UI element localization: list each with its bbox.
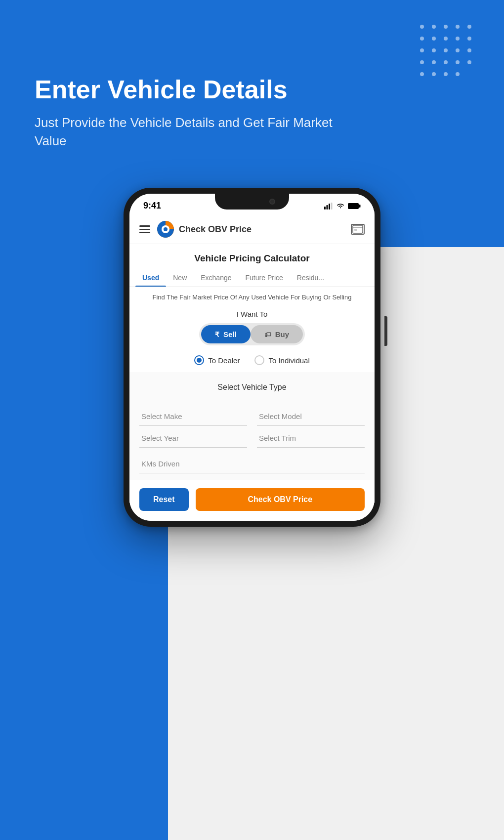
buy-button[interactable]: 🏷 Buy bbox=[251, 325, 303, 343]
tab-new[interactable]: New bbox=[166, 269, 194, 287]
radio-individual[interactable]: To Individual bbox=[254, 355, 309, 365]
svg-rect-1 bbox=[327, 205, 328, 210]
radio-individual-label: To Individual bbox=[268, 356, 309, 365]
nav-bar: Check OBV Price bbox=[129, 215, 375, 244]
want-section: I Want To ₹ Sell 🏷 Buy bbox=[129, 306, 375, 350]
header-section: Enter Vehicle Details Just Provide the V… bbox=[35, 74, 341, 150]
radio-dealer-label: To Dealer bbox=[208, 356, 240, 365]
hamburger-line-3 bbox=[139, 232, 150, 233]
app-logo bbox=[157, 221, 174, 238]
svg-point-8 bbox=[164, 227, 168, 231]
svg-rect-3 bbox=[331, 203, 333, 210]
camera-dot bbox=[269, 199, 275, 205]
sell-button[interactable]: ₹ Sell bbox=[201, 325, 251, 343]
radio-section: To Dealer To Individual bbox=[129, 350, 375, 372]
action-buttons: Reset Check OBV Price bbox=[129, 480, 375, 521]
tab-exchange[interactable]: Exchange bbox=[194, 269, 238, 287]
wifi-icon bbox=[336, 203, 345, 210]
buy-icon: 🏷 bbox=[264, 331, 271, 338]
phone-screen: 9:41 bbox=[129, 194, 375, 521]
sell-label: Sell bbox=[223, 330, 237, 338]
hamburger-menu-button[interactable] bbox=[139, 225, 150, 233]
radio-dealer-circle bbox=[194, 355, 204, 365]
toggle-group: ₹ Sell 🏷 Buy bbox=[199, 323, 305, 345]
form-row-2: Select Year Select Trim bbox=[139, 428, 365, 448]
tab-description: Find The Fair Market Price Of Any Used V… bbox=[129, 287, 375, 306]
battery-icon bbox=[348, 203, 361, 210]
tabs-row: Used New Exchange Future Price Residu... bbox=[129, 269, 375, 287]
svg-rect-11 bbox=[354, 229, 357, 231]
hamburger-line-2 bbox=[139, 229, 150, 230]
sell-icon: ₹ bbox=[215, 331, 219, 338]
select-make-field[interactable]: Select Make bbox=[139, 406, 247, 426]
phone-notch bbox=[215, 194, 289, 210]
status-time: 9:41 bbox=[143, 201, 161, 211]
ad-icon[interactable] bbox=[351, 224, 365, 235]
select-trim-field[interactable]: Select Trim bbox=[257, 428, 365, 448]
reset-button[interactable]: Reset bbox=[139, 488, 189, 511]
app-content: Vehicle Pricing Calculator Used New Exch… bbox=[129, 244, 375, 521]
dot-pattern-decoration bbox=[420, 25, 474, 79]
select-model-field[interactable]: Select Model bbox=[257, 406, 365, 426]
tab-future-price[interactable]: Future Price bbox=[239, 269, 290, 287]
svg-rect-4 bbox=[348, 203, 359, 209]
status-icons bbox=[324, 203, 361, 210]
svg-rect-2 bbox=[329, 204, 330, 210]
form-row-1: Select Make Select Model bbox=[139, 406, 365, 426]
select-year-field[interactable]: Select Year bbox=[139, 428, 247, 448]
check-obv-button[interactable]: Check OBV Price bbox=[196, 488, 365, 511]
form-section: Select Vehicle Type Select Make Select M… bbox=[129, 372, 375, 480]
signal-icon bbox=[324, 203, 333, 210]
phone-mockup: 9:41 bbox=[124, 188, 380, 527]
radio-dealer[interactable]: To Dealer bbox=[194, 355, 240, 365]
phone-outer-frame: 9:41 bbox=[124, 188, 380, 527]
buy-label: Buy bbox=[275, 330, 289, 338]
vehicle-type-label[interactable]: Select Vehicle Type bbox=[139, 379, 365, 398]
calculator-title: Vehicle Pricing Calculator bbox=[129, 244, 375, 264]
tab-residual[interactable]: Residu... bbox=[290, 269, 331, 287]
header-subtitle: Just Provide the Vehicle Details and Get… bbox=[35, 114, 341, 150]
svg-rect-0 bbox=[324, 207, 326, 210]
tab-used[interactable]: Used bbox=[135, 269, 166, 287]
phone-side-button bbox=[384, 316, 387, 346]
hamburger-line-1 bbox=[139, 225, 150, 227]
header-title: Enter Vehicle Details bbox=[35, 74, 341, 105]
kms-driven-field[interactable]: KMs Driven bbox=[139, 454, 365, 473]
nav-title: Check OBV Price bbox=[179, 224, 351, 235]
svg-rect-5 bbox=[359, 205, 361, 208]
want-label: I Want To bbox=[139, 310, 365, 318]
radio-individual-circle bbox=[254, 355, 264, 365]
